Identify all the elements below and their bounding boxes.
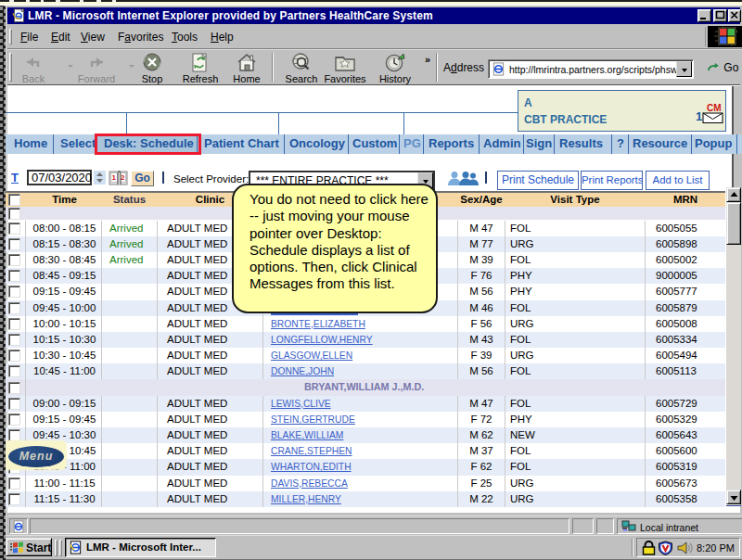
svg-text:1: 1: [112, 173, 117, 182]
svg-text:2: 2: [121, 173, 125, 182]
